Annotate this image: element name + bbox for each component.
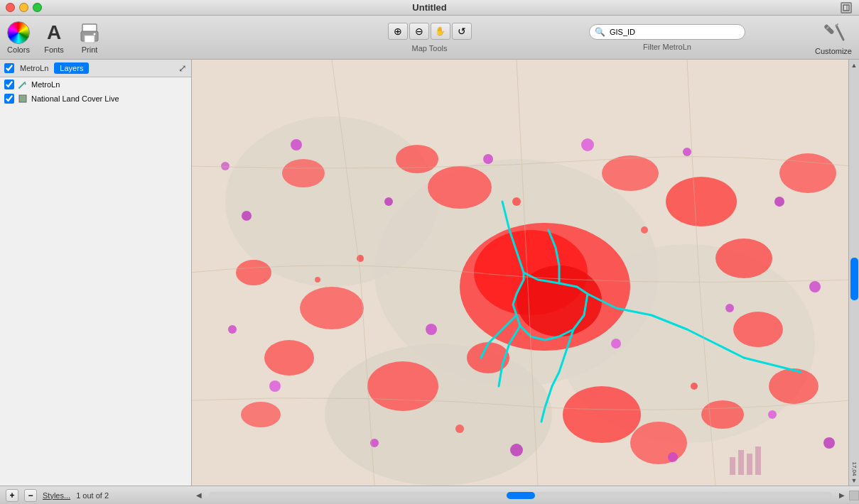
svg-point-54: [611, 339, 621, 349]
svg-rect-12: [19, 95, 26, 102]
svg-point-29: [264, 340, 314, 376]
svg-point-36: [779, 153, 836, 193]
expand-button[interactable]: ⤢: [178, 62, 187, 74]
status-bar: + − Styles... 1 out of 2 ◀ ▶: [0, 486, 859, 504]
svg-point-38: [241, 402, 281, 427]
svg-point-25: [715, 239, 772, 278]
svg-point-61: [512, 197, 521, 206]
national-land-checkbox[interactable]: [4, 94, 14, 104]
h-scroll-track[interactable]: [209, 492, 832, 499]
scroll-left-button[interactable]: ◀: [192, 486, 206, 505]
svg-point-48: [510, 444, 523, 456]
add-layer-button[interactable]: +: [6, 489, 18, 502]
scroll-track[interactable]: [849, 70, 859, 466]
svg-rect-4: [85, 35, 94, 43]
svg-point-35: [236, 260, 271, 285]
colors-icon: [7, 21, 30, 44]
svg-point-37: [769, 368, 819, 404]
svg-point-40: [384, 197, 393, 206]
horizontal-scrollbar[interactable]: ◀ ▶: [192, 486, 859, 504]
print-button[interactable]: Print: [78, 21, 101, 54]
svg-line-9: [836, 24, 838, 26]
metroln-header-checkbox[interactable]: [4, 63, 14, 73]
h-scroll-thumb[interactable]: [507, 492, 535, 499]
filter-area: 🔍 Filter MetroLn: [589, 24, 745, 51]
square-icon: [17, 93, 28, 104]
svg-line-10: [19, 82, 25, 88]
close-button[interactable]: [6, 3, 15, 12]
svg-point-27: [701, 400, 744, 429]
svg-line-8: [836, 26, 843, 40]
zoom-in-button[interactable]: [388, 23, 408, 40]
toolbar-left: Colors A Fonts Print: [7, 21, 101, 54]
svg-rect-68: [755, 447, 761, 475]
resize-icon: [841, 2, 852, 13]
metroln-checkbox[interactable]: [4, 80, 14, 89]
minimize-button[interactable]: [19, 3, 28, 12]
svg-rect-0: [843, 5, 849, 11]
layer-item-national-land: National Land Cover Live: [0, 92, 191, 106]
scroll-thumb[interactable]: [850, 258, 858, 300]
svg-point-43: [683, 148, 691, 156]
maximize-button[interactable]: [33, 3, 42, 12]
page-info: 1 out of 2: [76, 491, 109, 500]
window-title: Untitled: [412, 2, 446, 13]
filter-search-icon: 🔍: [595, 27, 605, 37]
scroll-value-label: 17,04: [851, 461, 858, 476]
tab-layers[interactable]: Layers: [54, 62, 89, 74]
customize-area: Customize: [815, 20, 852, 55]
svg-point-34: [282, 159, 325, 187]
svg-point-55: [725, 304, 734, 312]
print-label: Print: [82, 45, 98, 54]
customize-icon: [821, 20, 846, 45]
remove-layer-button[interactable]: −: [24, 489, 37, 502]
scroll-right-button[interactable]: ▶: [835, 486, 849, 505]
svg-point-32: [630, 422, 687, 464]
svg-marker-11: [25, 82, 26, 85]
svg-point-42: [581, 138, 594, 151]
window-controls: [6, 3, 42, 12]
svg-point-56: [823, 437, 835, 449]
vertical-scrollbar[interactable]: ▲ 17,04 ▼: [848, 60, 859, 486]
scroll-down-arrow[interactable]: ▼: [849, 475, 860, 486]
sidebar: MetroLn Layers ⤢ MetroLn National Land: [0, 60, 192, 486]
svg-point-51: [228, 325, 237, 334]
colors-button[interactable]: Colors: [7, 21, 30, 54]
tab-metroln[interactable]: MetroLn: [14, 62, 54, 74]
map-container[interactable]: [192, 60, 848, 486]
zoom-out-button[interactable]: [409, 23, 429, 40]
svg-point-33: [467, 342, 509, 373]
map-and-scroll: ▲ 17,04 ▼: [192, 60, 859, 486]
fonts-label: Fonts: [44, 45, 64, 54]
svg-point-31: [563, 386, 641, 443]
svg-point-57: [221, 162, 229, 170]
svg-point-60: [315, 277, 320, 283]
svg-rect-65: [730, 457, 735, 475]
svg-point-52: [242, 211, 252, 221]
metroln-layer-name: MetroLn: [31, 80, 60, 89]
filter-wrapper: 🔍: [589, 24, 745, 40]
svg-point-17: [325, 344, 552, 486]
svg-point-28: [300, 287, 364, 329]
scroll-up-arrow[interactable]: ▲: [849, 60, 860, 70]
map-svg: [192, 60, 848, 486]
hand-tool-button[interactable]: [431, 23, 450, 40]
toolbar: Colors A Fonts Print: [0, 16, 859, 60]
svg-point-21: [428, 166, 492, 209]
svg-point-41: [483, 154, 493, 164]
national-land-layer-name: National Land Cover Live: [31, 94, 119, 103]
svg-point-26: [733, 312, 783, 347]
styles-link[interactable]: Styles...: [43, 491, 70, 500]
svg-point-63: [691, 383, 698, 390]
svg-point-23: [602, 155, 659, 191]
fonts-button[interactable]: A Fonts: [43, 21, 65, 54]
filter-label: Filter MetroLn: [643, 43, 691, 51]
colors-label: Colors: [7, 45, 30, 54]
filter-input[interactable]: [589, 24, 745, 40]
svg-point-39: [291, 139, 302, 150]
svg-point-30: [367, 361, 438, 411]
layer-item-metroln: MetroLn: [0, 77, 191, 92]
refresh-button[interactable]: [452, 23, 472, 40]
svg-point-24: [666, 177, 737, 226]
customize-button[interactable]: Customize: [815, 20, 852, 55]
